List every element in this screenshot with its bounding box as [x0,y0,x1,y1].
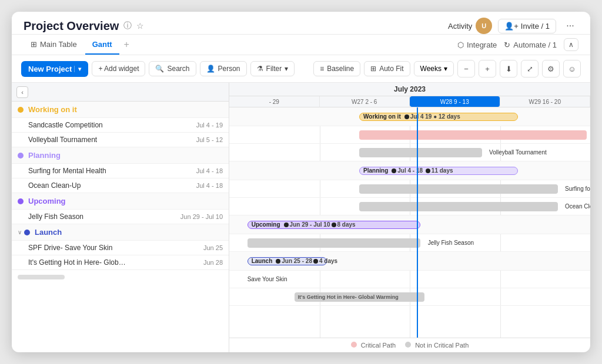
task-row-hot: It's Getting Hot in Here- Glob… Jun 28 [12,255,229,270]
group-dot-upcoming [18,198,24,204]
gantt-row-volleyball: Volleyball Tournament [229,144,590,161]
gantt-row-surfing: Surfing for Mental Healt [229,180,590,198]
filter-button[interactable]: ⚗ Filter ▾ [250,61,295,76]
gantt-group-row-planning: Planning Jul 4 - 18 11 days [229,161,590,180]
bar-dot-working [404,114,409,119]
person-icon: 👤 [206,65,215,73]
tab-gantt[interactable]: Gantt [85,35,119,55]
new-project-button[interactable]: New Project ▾ [21,61,88,77]
gantt-group-bar-working: Working on it Jul 4 19 ● 12 days [359,113,518,121]
task-row-ocean: Ocean Clean-Up Jul 4 - 18 [12,178,229,193]
add-widget-button[interactable]: + Add widget [92,61,145,76]
integrate-button[interactable]: ⬡ Integrate [457,41,497,49]
scrollbar-stub [18,275,65,279]
current-day-line [417,107,418,338]
gantt-bar-ocean [359,202,558,211]
invite-button[interactable]: 👤+ Invite / 1 [498,19,556,33]
tab-main-table[interactable]: ⊞ Main Table [24,35,84,55]
gantt-left-header: ‹ [12,83,229,102]
grid-icon: ⊞ [31,40,37,49]
gantt-group-bar-launch: Launch Jun 25 - 28 4 days [248,257,327,265]
activity-label: Activity [448,22,472,31]
avatar: U [476,18,492,34]
gantt-bar-jellyfish [248,238,421,248]
info-icon[interactable]: ⓘ [123,21,132,31]
group-label-upcoming: Upcoming [28,197,66,205]
group-dot-working [18,107,24,113]
emoji-button[interactable]: ☺ [563,60,581,77]
gantt-bar-label-surfing: Surfing for Mental Healt [565,186,590,192]
gantt-group-row-upcoming: Upcoming Jun 29 - Jul 10 8 days [229,215,590,234]
week-cell-3: W29 16 - 20 [500,96,591,107]
gantt-row-spf: Save Your Skin [229,271,590,288]
zoom-out-button[interactable]: − [457,60,475,77]
gantt-bar-label-ocean: Ocean Clean-Up [565,203,590,210]
toolbar: New Project ▾ + Add widget 🔍 Search 👤 Pe… [12,55,590,83]
star-icon[interactable]: ☆ [136,21,144,31]
collapse-arrow-icon[interactable]: ∨ [18,229,22,235]
gantt-left-body: Working on it Sandcastle Competition Jul… [12,102,229,352]
person-add-icon: 👤+ [504,22,519,31]
critical-path-legend: Critical Path [351,342,396,349]
gantt-bar-label-hot: It's Getting Hot in Here- Global Warming [298,294,399,300]
bar-dot-upcoming [284,223,289,227]
gantt-row-ocean: Ocean Clean-Up [229,198,590,215]
settings-button[interactable]: ⚙ [542,60,560,77]
gantt-bar-sandcastle [359,130,587,140]
gantt-bar-label-jellyfish: Jelly Fish Season [428,240,474,246]
gantt-left-panel: ‹ Working on it Sandcastle Competition J… [12,83,229,352]
gantt-group-bar-upcoming: Upcoming Jun 29 - Jul 10 8 days [248,221,421,229]
gantt-bar-hot: It's Getting Hot in Here- Global Warming [295,292,424,302]
gantt-group-row-launch: Launch Jun 25 - 28 4 days [229,252,590,271]
tabs-bar: ⊞ Main Table Gantt + ⬡ Integrate ↻ Autom… [12,35,590,55]
activity-button[interactable]: Activity U [448,18,492,34]
critical-path-dot [351,342,357,348]
person-button[interactable]: 👤 Person [200,61,247,76]
search-icon: 🔍 [155,65,164,73]
dropdown-arrow-icon: ▾ [74,66,81,72]
task-row-sandcastle: Sandcastle Competition Jul 4 - 19 [12,118,229,133]
gantt-group-row-working: Working on it Jul 4 19 ● 12 days [229,107,590,126]
auto-fit-icon: ⊞ [370,65,376,73]
bar-dot-launch2 [313,259,318,264]
weeks-selector[interactable]: Weeks ▾ [414,61,454,76]
task-row-surfing: Surfing for Mental Health Jul 4 - 18 [12,164,229,178]
automate-icon: ↻ [504,41,510,49]
task-row-volleyball: Volleyball Tournament Jul 5 - 12 [12,133,229,147]
group-label-launch: Launch [35,228,62,237]
gantt-group-bar-planning: Planning Jul 4 - 18 11 days [359,167,518,175]
gantt-timeline-header: July 2023 - 29 W27 2 - 6 W28 9 - 13 W29 … [229,83,590,107]
baseline-button[interactable]: ≡ Baseline [313,61,360,76]
weeks-row: - 29 W27 2 - 6 W28 9 - 13 W29 16 - 20 [229,96,590,107]
main-content: ‹ Working on it Sandcastle Competition J… [12,83,590,352]
bar-dot-launch [276,259,280,264]
search-button[interactable]: 🔍 Search [149,61,196,76]
filter-dropdown-icon: ▾ [285,65,288,73]
group-label-planning: Planning [28,151,61,160]
download-button[interactable]: ⬇ [500,60,517,77]
tabs-left: ⊞ Main Table Gantt + [24,35,133,55]
more-options-button[interactable]: ··· [562,18,578,34]
zoom-in-button[interactable]: + [479,60,496,77]
group-row-upcoming: Upcoming [12,193,229,210]
collapse-sidebar-button[interactable]: ‹ [16,86,28,98]
automate-button[interactable]: ↻ Automate / 1 [504,41,557,49]
header-left: Project Overview ⓘ ☆ [24,19,144,33]
group-dot-planning [18,153,24,159]
task-row-spf: SPF Drive- Save Your Skin Jun 25 [12,241,229,255]
collapse-button[interactable]: ∧ [564,38,578,51]
page-title: Project Overview [24,19,119,33]
expand-button[interactable]: ⤢ [521,60,539,77]
group-row-working: Working on it [12,102,229,118]
bar-dot-upcoming2 [332,223,336,227]
app-header: Project Overview ⓘ ☆ Activity U 👤+ Invit… [12,12,590,35]
baseline-icon: ≡ [320,65,324,73]
task-row-jellyfish: Jelly Fish Season Jun 29 - Jul 10 [12,210,229,224]
tabs-right: ⬡ Integrate ↻ Automate / 1 ∧ [457,38,578,51]
week-cell-2: W28 9 - 13 [410,96,500,107]
auto-fit-button[interactable]: ⊞ Auto Fit [364,61,410,76]
week-cell-0: - 29 [229,96,320,107]
add-tab-button[interactable]: + [121,35,133,55]
group-row-launch: ∨ Launch [12,224,229,241]
gantt-right-panel: July 2023 - 29 W27 2 - 6 W28 9 - 13 W29 … [229,83,590,352]
